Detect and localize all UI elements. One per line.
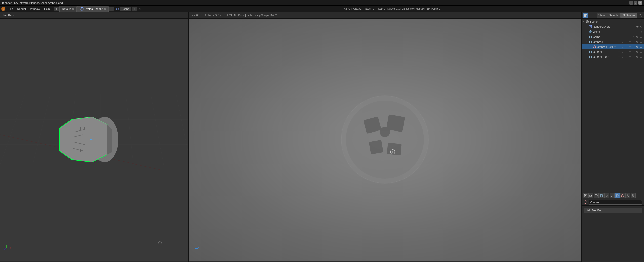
add-modifier-button[interactable]: Add Modifier — [584, 208, 642, 213]
svg-text:Y: Y — [194, 245, 195, 246]
window-bar: Blender* [D:\Software\Blender\Scenes\rob… — [0, 0, 644, 6]
svg-rect-81 — [589, 41, 591, 43]
svg-line-42 — [4, 248, 6, 250]
rl-vis-icon[interactable] — [636, 25, 639, 28]
render-canvas[interactable]: X Y — [189, 19, 581, 261]
ombrol001-render-icon[interactable] — [639, 45, 643, 49]
svg-marker-85 — [593, 46, 596, 48]
svg-rect-80 — [640, 36, 642, 38]
prop-modifiers-icon[interactable] — [615, 193, 620, 198]
quadrill-tri2: ▽ — [621, 50, 624, 54]
outliner-search-icon[interactable] — [638, 13, 642, 18]
outliner-item-world[interactable]: World — [582, 29, 644, 34]
ombrol-render-icon[interactable] — [639, 40, 643, 44]
outliner-item-ombrol[interactable]: ▾ Ombro.L ▽ ▽ ▽ ▽ ▽ — [582, 39, 644, 44]
ombrol-tri4: ▽ — [628, 40, 632, 44]
blender-logo: B — [0, 6, 7, 12]
outliner-item-corpo[interactable]: ▸ Corpo ✏ — [582, 34, 644, 39]
outliner-search-tab[interactable]: Search — [607, 13, 620, 18]
minimize-btn[interactable]: ─ — [629, 1, 633, 5]
viewport-render-header: Time:00:01.11 | Mem:24.0M, Peak:24.0M | … — [189, 12, 581, 19]
menu-help[interactable]: Help — [42, 6, 52, 12]
svg-point-105 — [612, 196, 612, 197]
outliner-all-scenes-tab[interactable]: All Scenes — [620, 13, 637, 18]
menu-file[interactable]: File — [7, 6, 15, 12]
quadrill-tri3: ▽ — [624, 50, 628, 54]
svg-rect-89 — [589, 51, 591, 53]
svg-line-16 — [176, 94, 188, 155]
prop-material-icon[interactable] — [625, 193, 630, 198]
svg-rect-50 — [369, 140, 383, 154]
quadrill001-vis-icon[interactable] — [636, 55, 639, 59]
close-btn[interactable]: ✕ — [638, 1, 642, 5]
prop-object-name[interactable]: Ombro.L — [589, 200, 642, 205]
viewport-left-header: User Persp — [0, 12, 188, 19]
quadrill-tri4: ▽ — [628, 50, 632, 54]
rl-settings-icon[interactable] — [639, 25, 643, 28]
prop-camera-icon[interactable] — [588, 193, 593, 198]
viewport-left[interactable]: User Persp — [0, 12, 189, 262]
corpo-render-icon[interactable] — [639, 35, 643, 39]
svg-marker-100 — [591, 195, 592, 196]
svg-point-106 — [611, 196, 612, 197]
outliner-tab-icon[interactable] — [583, 13, 588, 18]
prop-texture-icon[interactable] — [631, 193, 636, 198]
svg-rect-93 — [589, 56, 591, 58]
svg-text:X: X — [10, 247, 11, 249]
prop-mesh-icon-small — [584, 200, 587, 204]
svg-text:X: X — [198, 247, 199, 248]
quadrill-vis-icon[interactable] — [636, 50, 639, 54]
world-vis-icon[interactable] — [639, 30, 643, 34]
quadrill001-tri2: ▽ — [621, 55, 624, 59]
tab-default[interactable]: Default ✕ — [59, 6, 77, 12]
ombrol001-tri5: ▽ — [628, 45, 632, 49]
tab-add-left[interactable]: + — [54, 7, 59, 11]
menu-render[interactable]: Render — [15, 6, 28, 12]
corpo-pencil-icon[interactable]: ✏ — [632, 35, 635, 39]
ombrol-vis-icon[interactable] — [636, 40, 639, 44]
quadrill001-render-icon[interactable] — [639, 55, 643, 59]
outliner-item-quadrill[interactable]: ▸ QuadriLL ▽ ▽ ▽ ▽ ▽ — [582, 49, 644, 54]
outliner-item-quadrill001[interactable]: ▸ QuadriLL.001 ▽ ▽ ▽ ▽ ▽ — [582, 54, 644, 59]
svg-line-15 — [151, 94, 164, 165]
main-area: User Persp — [0, 12, 644, 262]
corpo-vis-icon[interactable] — [636, 35, 639, 39]
viewport-render-label: Time:00:01.11 | Mem:24.0M, Peak:24.0M | … — [190, 14, 277, 17]
tab-add-right[interactable]: + — [109, 7, 114, 11]
origin-crosshair — [158, 241, 162, 245]
outliner-item-renderlayers[interactable]: ▸ RenderLayers — [582, 24, 644, 29]
svg-point-91 — [637, 52, 638, 52]
viewport-left-label: User Persp — [2, 14, 15, 17]
svg-text:Y: Y — [6, 244, 7, 245]
maximize-btn[interactable]: □ — [634, 1, 637, 5]
quadrill-render-icon[interactable] — [639, 50, 643, 54]
prop-object-icon[interactable] — [599, 193, 604, 198]
svg-rect-102 — [600, 195, 602, 197]
render-object — [337, 83, 433, 197]
prop-particles-icon[interactable] — [610, 193, 615, 198]
svg-rect-62 — [584, 16, 586, 17]
outliner-view-tab[interactable]: View — [597, 13, 607, 18]
svg-line-11 — [33, 94, 50, 165]
properties-icon-tabs — [582, 192, 644, 199]
svg-text:Z: Z — [3, 250, 4, 252]
svg-point-95 — [637, 57, 638, 57]
tab-cycles-render[interactable]: Cycles Render ✕ — [77, 6, 108, 12]
viewport-render[interactable]: Time:00:01.11 | Mem:24.0M, Peak:24.0M | … — [189, 12, 582, 262]
svg-point-76 — [641, 31, 642, 32]
outliner-item-ombrol001[interactable]: Ombro.L.001 ▽ ▽ ▽ ▽ ▽ ▽ — [582, 44, 644, 49]
prop-world-icon[interactable] — [594, 193, 599, 198]
ombrol001-vis-icon[interactable] — [636, 45, 639, 49]
render-axis: X Y — [191, 245, 199, 253]
scene-vis-icon[interactable]: 👁 — [639, 20, 643, 23]
scene-label[interactable]: Scene — [120, 7, 131, 11]
svg-marker-28 — [107, 124, 112, 155]
outliner-item-scene[interactable]: ▾ Scene 👁 — [582, 19, 644, 24]
prop-data-icon[interactable] — [620, 193, 625, 198]
prop-render-icon[interactable] — [583, 193, 588, 198]
prop-constraints-icon[interactable] — [604, 193, 609, 198]
scene-remove-btn[interactable]: ✕ — [139, 7, 141, 10]
viewport-3d-canvas[interactable]: X Y Z — [0, 19, 188, 261]
menu-window[interactable]: Window — [28, 6, 42, 12]
scene-add-btn[interactable]: + — [132, 7, 137, 11]
